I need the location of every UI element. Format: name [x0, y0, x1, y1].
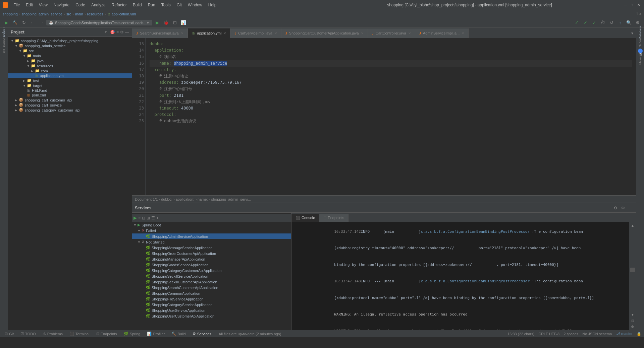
- tree-item-com[interactable]: ▶ 📁 com: [8, 68, 132, 73]
- tab-console[interactable]: ⬛ Console: [291, 214, 319, 222]
- menu-analyze[interactable]: Analyze: [89, 2, 108, 8]
- svc-seckill-cust[interactable]: 🌿 ShoppingSeckillCustomerApiApplication: [132, 279, 291, 285]
- tree-item-cart-customer[interactable]: ▶ 📦 shopping_cart_customer_api: [8, 97, 132, 102]
- breadcrumb-main[interactable]: main: [75, 12, 83, 16]
- services-group-btn[interactable]: ⊞: [147, 216, 150, 220]
- tab-endpoints[interactable]: ⊡ Endpoints: [319, 214, 348, 222]
- tab-application-yml[interactable]: 🗎 application.yml ✕: [188, 28, 231, 38]
- run-config-selector[interactable]: ☕ ShoppingGoodsServiceApplicationTests.c…: [46, 20, 152, 25]
- branch-status[interactable]: ⎇ master: [616, 332, 633, 336]
- menu-tools[interactable]: Tools: [159, 2, 173, 8]
- close-button[interactable]: ✕: [636, 2, 641, 8]
- menu-window[interactable]: Window: [185, 2, 205, 8]
- services-hide-icon[interactable]: —: [627, 205, 633, 211]
- close-tab1[interactable]: ✕: [181, 31, 183, 35]
- svc-user[interactable]: 🌿 ShoppingUserServiceApplication: [132, 307, 291, 313]
- breadcrumb-module[interactable]: shopping_admin_service: [21, 12, 62, 16]
- svc-category-customer[interactable]: 🌿 ShoppingCategoryCustomerApiApplication: [132, 268, 291, 273]
- menu-code[interactable]: Code: [73, 2, 88, 8]
- coverage-button[interactable]: ⊡: [171, 19, 178, 26]
- git-checkmark3[interactable]: ✓: [590, 19, 598, 26]
- close-tab6[interactable]: ✕: [462, 31, 464, 35]
- tab-search-service[interactable]: J SearchServiceImpl.java ✕: [132, 28, 188, 38]
- services-collapse-btn[interactable]: ≡: [138, 216, 141, 220]
- services-add-btn[interactable]: +: [156, 216, 159, 220]
- services-filter-btn[interactable]: ⊡: [142, 216, 145, 220]
- scroll-track[interactable]: [630, 268, 635, 272]
- database-tab[interactable]: Database: [637, 29, 644, 36]
- tree-item-src[interactable]: ▼ 📁 src: [8, 48, 132, 53]
- svc-order[interactable]: 🌿 ShoppingOrderCustomerApiApplication: [132, 251, 291, 256]
- menu-run[interactable]: Run: [145, 2, 158, 8]
- breadcrumb-resources[interactable]: resources: [87, 12, 103, 16]
- git-clock[interactable]: ⏱: [599, 19, 606, 26]
- svc-search[interactable]: 🌿 ShoppingSearchCustomerApiApplication: [132, 285, 291, 290]
- tree-item-java[interactable]: ▶ 📁 java: [8, 58, 132, 63]
- scroll-down-btn[interactable]: ▼: [630, 312, 635, 317]
- scroll-copy-btn[interactable]: ⊡: [630, 318, 635, 323]
- scroll-up-btn[interactable]: ▲: [630, 223, 635, 228]
- svc-seckill[interactable]: 🌿 ShoppingSeckillServiceApplication: [132, 273, 291, 279]
- menu-file[interactable]: File: [11, 2, 22, 8]
- menu-refactor[interactable]: Refactor: [109, 2, 129, 8]
- close-tab4[interactable]: ✕: [361, 31, 364, 35]
- spring-tab[interactable]: 🌿 Spring: [122, 331, 143, 337]
- services-filter2-btn[interactable]: ☰: [151, 216, 155, 220]
- services-run-btn[interactable]: ▶: [133, 215, 137, 220]
- svc-spring-boot[interactable]: ▼ ▶ Spring Boot: [132, 222, 291, 228]
- svc-goods[interactable]: 🌿 ShoppingGoodsServiceApplication: [132, 262, 291, 268]
- tab-cart-service[interactable]: J CartServiceImpl.java ✕: [230, 28, 281, 38]
- tab-cart-api[interactable]: J ShoppingCartCustomerApiApplication.jav…: [281, 28, 368, 38]
- tree-item-cart-service[interactable]: ▶ 📦 shopping_cart_service: [8, 102, 132, 108]
- close-tab3[interactable]: ✕: [274, 31, 277, 35]
- todo-tab[interactable]: ☑ TODO: [18, 331, 38, 337]
- settings-button[interactable]: ⚙: [634, 19, 641, 26]
- profile-button[interactable]: 📊: [180, 19, 187, 26]
- settings-panel-icon[interactable]: ⚙: [120, 30, 124, 34]
- tree-item-admin-service[interactable]: ▼ 📦 shopping_admin_service: [8, 43, 132, 48]
- build-tab[interactable]: 🔨 Build: [169, 331, 187, 337]
- tree-item-resources[interactable]: ▼ 📁 resources: [8, 63, 132, 68]
- menu-view[interactable]: View: [36, 2, 50, 8]
- svc-manager[interactable]: 🌿 ShoppingManagerApiApplication: [132, 256, 291, 262]
- close-tab5[interactable]: ✕: [408, 31, 411, 35]
- minimize-button[interactable]: ─: [623, 2, 628, 8]
- tab-cart-controller[interactable]: J CartController.java ✕: [368, 28, 415, 38]
- sync-button[interactable]: ↻: [20, 19, 28, 26]
- svc-message[interactable]: 🌿 ShoppingMessageServiceApplication: [132, 245, 291, 251]
- external-libs-toggle[interactable]: ▼: [104, 30, 107, 34]
- breadcrumb-file[interactable]: application.yml: [112, 12, 136, 16]
- tab-admin-service-impl[interactable]: J AdminServiceImpl.ja... ✕: [415, 28, 469, 38]
- debug-button[interactable]: 🐞: [162, 19, 170, 26]
- nav-fwd[interactable]: →: [38, 19, 45, 26]
- problems-tab[interactable]: ⚠ Problems: [41, 331, 65, 337]
- baidu-tab[interactable]: 百: [637, 48, 644, 54]
- svc-user-cust[interactable]: 🌿 ShoppingUserCustomerApiApplication: [132, 313, 291, 319]
- scroll-clear-btn[interactable]: 🗑: [630, 324, 635, 329]
- search-everywhere[interactable]: 🔍: [625, 19, 633, 26]
- menu-edit[interactable]: Edit: [23, 2, 36, 8]
- maximize-button[interactable]: □: [629, 2, 635, 8]
- tree-item-main[interactable]: ▼ 📁 main: [8, 53, 132, 58]
- commit-icon[interactable]: Commit: [1, 38, 7, 45]
- build-button[interactable]: 🔨: [11, 19, 19, 26]
- sciview-tab[interactable]: SciView: [637, 38, 644, 45]
- breadcrumb-src[interactable]: src: [66, 12, 71, 16]
- hide-panel-icon[interactable]: —: [125, 30, 129, 34]
- git-icon[interactable]: Git: [1, 48, 7, 54]
- git-push[interactable]: ↑: [616, 19, 624, 26]
- menu-help[interactable]: Help: [206, 2, 219, 8]
- collapse-icon[interactable]: ≡: [116, 30, 119, 34]
- maven-tab[interactable]: Maven: [637, 57, 644, 64]
- services-settings-icon[interactable]: ⚙: [612, 205, 619, 211]
- svc-not-started[interactable]: ▼ ✗ Not Started: [132, 239, 291, 245]
- git-refresh[interactable]: ↺: [608, 19, 615, 26]
- tree-item-pom[interactable]: 🗎 pom.xml: [8, 93, 132, 97]
- terminal-tab[interactable]: ⬛ Terminal: [67, 331, 92, 337]
- svc-common[interactable]: 🌿 ShoppingCommonApplication: [132, 290, 291, 296]
- svc-failed[interactable]: ▼ ✕ Failed: [132, 228, 291, 233]
- git-checkmark2[interactable]: ✓: [582, 19, 589, 26]
- tree-item-target[interactable]: ▼ 📁 target: [8, 83, 132, 88]
- tabs-dropdown[interactable]: ▼: [629, 28, 636, 38]
- svc-file[interactable]: 🌿 ShoppingFileServiceApplication: [132, 296, 291, 302]
